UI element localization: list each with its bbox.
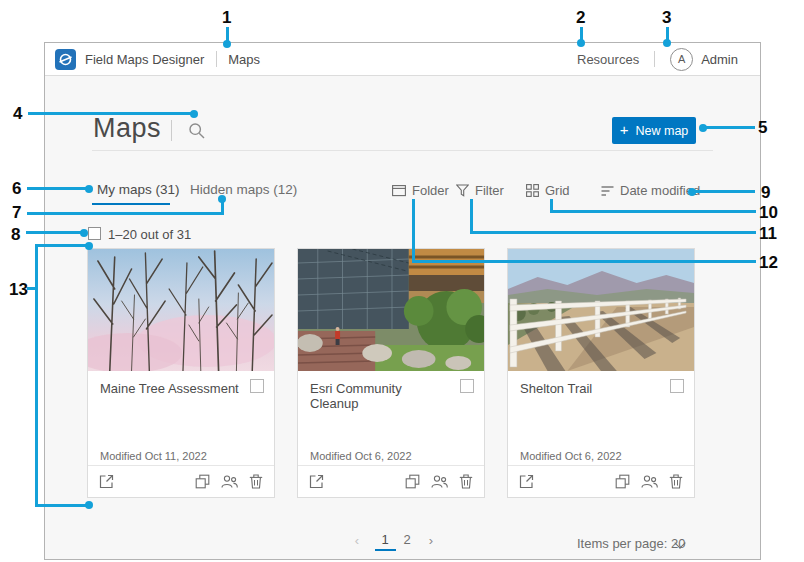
card-title: Esri Community Cleanup	[310, 381, 450, 411]
callout-line-7a	[27, 212, 224, 215]
avatar[interactable]: A	[670, 48, 693, 71]
callout-dot-8	[80, 229, 88, 237]
share-group-icon[interactable]	[221, 474, 238, 489]
callout-line-11b	[470, 231, 756, 234]
callout-line-10b	[550, 210, 756, 213]
card-footer	[508, 465, 694, 497]
header-divider-right	[654, 51, 655, 67]
filter-label: Filter	[475, 183, 504, 198]
title-divider	[171, 120, 172, 141]
select-all-checkbox[interactable]	[88, 227, 101, 240]
duplicate-icon[interactable]	[405, 474, 420, 489]
callout-number-11: 11	[759, 225, 777, 242]
header-divider	[216, 51, 217, 67]
callout-line-8	[26, 231, 82, 234]
callout-number-6: 6	[12, 180, 21, 197]
card-modified-date: Modified Oct 6, 2022	[310, 450, 412, 462]
selection-summary: 1–20 out of 31	[108, 227, 191, 242]
callout-number-7: 7	[12, 204, 21, 221]
delete-icon[interactable]	[459, 474, 473, 489]
app-header: Field Maps Designer Maps Resources A Adm…	[45, 43, 760, 76]
open-map-icon[interactable]	[519, 474, 534, 489]
duplicate-icon[interactable]	[615, 474, 630, 489]
card-footer	[298, 465, 484, 497]
folder-button[interactable]: Folder	[392, 183, 449, 198]
card-thumbnail-trees	[88, 249, 274, 371]
callout-number-2: 2	[576, 9, 585, 26]
callout-dot-3	[663, 39, 671, 47]
callout-dot-13-top	[85, 242, 93, 250]
map-card-esri-community-cleanup[interactable]: Esri Community Cleanup Modified Oct 6, 2…	[297, 248, 485, 498]
callout-line-11a	[470, 199, 473, 234]
callout-dot-13-bottom	[85, 501, 93, 509]
map-card-maine-tree-assessment[interactable]: Maine Tree Assessment Modified Oct 11, 2…	[87, 248, 275, 498]
card-footer	[88, 465, 274, 497]
map-card-shelton-trail[interactable]: Shelton Trail Modified Oct 6, 2022	[507, 248, 695, 498]
callout-number-1: 1	[222, 9, 231, 26]
pagination-active-underline	[375, 549, 396, 551]
tab-hidden-maps[interactable]: Hidden maps (12)	[190, 182, 297, 197]
delete-icon[interactable]	[669, 474, 683, 489]
callout-line-13-bottom	[35, 504, 86, 507]
callout-line-12a	[412, 199, 415, 263]
active-tab-underline	[92, 203, 170, 205]
pagination-prev[interactable]: ‹	[350, 533, 364, 548]
callout-line-12b	[412, 260, 756, 263]
callout-dot-7	[218, 195, 226, 203]
callout-dot-6	[85, 185, 93, 193]
pagination-next[interactable]: ›	[424, 533, 438, 548]
new-map-label: New map	[635, 124, 688, 138]
card-checkbox[interactable]	[250, 379, 264, 393]
esri-logo-icon	[55, 49, 76, 70]
grid-icon	[526, 184, 539, 197]
duplicate-icon[interactable]	[195, 474, 210, 489]
sort-icon	[601, 185, 614, 197]
callout-number-9: 9	[761, 184, 770, 201]
open-map-icon[interactable]	[99, 474, 114, 489]
nav-item-maps[interactable]: Maps	[228, 52, 260, 67]
page-title: Maps	[93, 113, 161, 144]
callout-number-12: 12	[759, 254, 778, 271]
card-checkbox[interactable]	[670, 379, 684, 393]
grid-label: Grid	[545, 183, 570, 198]
delete-icon[interactable]	[249, 474, 263, 489]
sort-button[interactable]: Date modified	[601, 183, 700, 198]
callout-number-4: 4	[13, 105, 22, 122]
card-title: Shelton Trail	[520, 381, 660, 396]
callout-line-5	[705, 126, 755, 129]
share-group-icon[interactable]	[641, 474, 658, 489]
filter-icon	[456, 184, 469, 197]
card-modified-date: Modified Oct 6, 2022	[520, 450, 622, 462]
callout-line-6	[27, 187, 87, 190]
callout-line-13-vertical	[35, 244, 38, 507]
share-group-icon[interactable]	[431, 474, 448, 489]
callout-dot-4	[190, 110, 198, 118]
folder-icon	[392, 184, 406, 197]
search-icon[interactable]	[188, 122, 206, 140]
new-map-button[interactable]: + New map	[612, 117, 696, 144]
card-thumbnail-building	[298, 249, 484, 371]
items-per-page-label[interactable]: Items per page: 20	[577, 536, 685, 551]
callout-dot-1	[223, 40, 231, 48]
card-modified-date: Modified Oct 11, 2022	[100, 450, 207, 462]
filter-button[interactable]: Filter	[456, 183, 504, 198]
screenshot-canvas: Field Maps Designer Maps Resources A Adm…	[0, 0, 804, 562]
card-checkbox[interactable]	[460, 379, 474, 393]
callout-number-5: 5	[758, 119, 767, 136]
card-thumbnail-trail	[508, 249, 694, 371]
callout-number-8: 8	[11, 226, 20, 243]
plus-icon: +	[620, 122, 629, 137]
open-map-icon[interactable]	[309, 474, 324, 489]
user-name-label[interactable]: Admin	[701, 52, 738, 67]
title-rule	[92, 150, 713, 151]
folder-label: Folder	[412, 183, 449, 198]
callout-number-10: 10	[759, 204, 778, 221]
app-title: Field Maps Designer	[85, 52, 204, 67]
callout-line-9	[695, 190, 755, 193]
pagination-page-2[interactable]: 2	[400, 532, 414, 547]
grid-button[interactable]: Grid	[526, 183, 570, 198]
tab-my-maps[interactable]: My maps (31)	[97, 182, 180, 197]
callout-number-13: 13	[9, 281, 28, 298]
nav-item-resources[interactable]: Resources	[577, 52, 639, 67]
pagination-page-1[interactable]: 1	[378, 532, 392, 547]
